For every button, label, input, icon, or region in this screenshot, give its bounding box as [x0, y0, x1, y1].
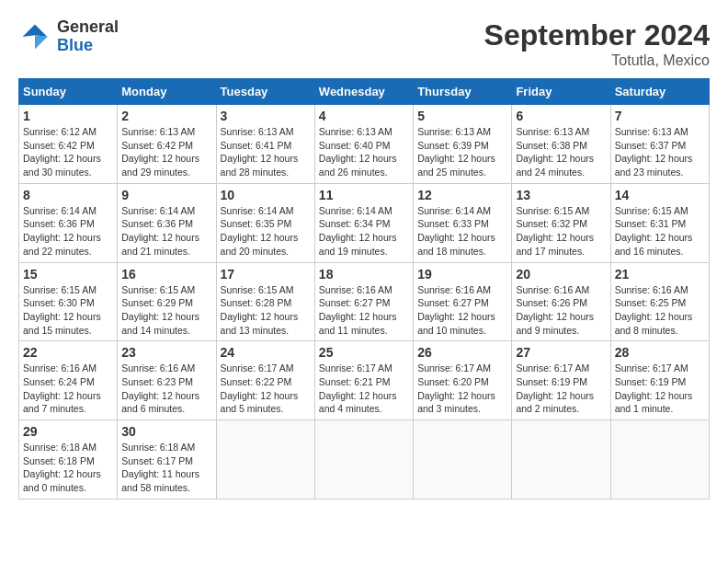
calendar-header-friday: Friday	[512, 79, 610, 105]
day-info: Sunrise: 6:17 AMSunset: 6:21 PMDaylight:…	[319, 362, 409, 416]
day-number: 17	[221, 267, 311, 282]
day-info: Sunrise: 6:16 AMSunset: 6:27 PMDaylight:…	[417, 283, 507, 338]
day-number: 20	[516, 267, 606, 282]
day-number: 10	[221, 188, 311, 202]
day-info: Sunrise: 6:17 AMSunset: 6:22 PMDaylight:…	[221, 362, 311, 416]
day-info: Sunrise: 6:16 AMSunset: 6:25 PMDaylight:…	[615, 283, 705, 338]
day-info: Sunrise: 6:13 AMSunset: 6:41 PMDaylight:…	[221, 125, 311, 179]
day-info: Sunrise: 6:13 AMSunset: 6:40 PMDaylight:…	[319, 125, 409, 179]
calendar-header-tuesday: Tuesday	[216, 79, 314, 105]
day-info: Sunrise: 6:13 AMSunset: 6:39 PMDaylight:…	[417, 125, 507, 179]
calendar-cell: 25Sunrise: 6:17 AMSunset: 6:21 PMDayligh…	[314, 341, 413, 420]
calendar-week-2: 8Sunrise: 6:14 AMSunset: 6:36 PMDaylight…	[19, 183, 710, 262]
day-number: 29	[23, 424, 113, 439]
calendar-cell: 21Sunrise: 6:16 AMSunset: 6:25 PMDayligh…	[610, 262, 709, 341]
calendar-cell: 19Sunrise: 6:16 AMSunset: 6:27 PMDayligh…	[414, 262, 512, 341]
day-info: Sunrise: 6:15 AMSunset: 6:32 PMDaylight:…	[516, 204, 606, 259]
calendar-header-monday: Monday	[118, 79, 216, 105]
day-info: Sunrise: 6:14 AMSunset: 6:36 PMDaylight:…	[23, 204, 113, 259]
day-number: 3	[221, 109, 311, 123]
day-number: 2	[121, 109, 211, 123]
calendar-cell: 17Sunrise: 6:15 AMSunset: 6:28 PMDayligh…	[216, 262, 314, 341]
calendar-cell: 14Sunrise: 6:15 AMSunset: 6:31 PMDayligh…	[610, 183, 709, 262]
day-number: 30	[121, 424, 211, 439]
title-area: September 2024 Totutla, Mexico	[484, 18, 710, 69]
calendar-cell: 12Sunrise: 6:14 AMSunset: 6:33 PMDayligh…	[414, 183, 512, 262]
calendar-week-3: 15Sunrise: 6:15 AMSunset: 6:30 PMDayligh…	[19, 262, 710, 341]
day-info: Sunrise: 6:16 AMSunset: 6:23 PMDaylight:…	[121, 362, 211, 416]
calendar-cell: 1Sunrise: 6:12 AMSunset: 6:42 PMDaylight…	[19, 105, 118, 184]
calendar-cell: 26Sunrise: 6:17 AMSunset: 6:20 PMDayligh…	[414, 341, 512, 420]
day-info: Sunrise: 6:16 AMSunset: 6:26 PMDaylight:…	[516, 283, 606, 338]
day-info: Sunrise: 6:16 AMSunset: 6:24 PMDaylight:…	[23, 362, 113, 416]
day-info: Sunrise: 6:17 AMSunset: 6:20 PMDaylight:…	[417, 362, 507, 416]
calendar-cell: 15Sunrise: 6:15 AMSunset: 6:30 PMDayligh…	[19, 262, 118, 341]
calendar-header-thursday: Thursday	[414, 79, 512, 105]
day-number: 15	[23, 267, 113, 282]
day-number: 11	[319, 188, 409, 202]
calendar-cell	[414, 420, 512, 500]
logo-text: General Blue	[57, 18, 119, 55]
day-info: Sunrise: 6:13 AMSunset: 6:38 PMDaylight:…	[516, 125, 606, 179]
day-info: Sunrise: 6:14 AMSunset: 6:36 PMDaylight:…	[121, 204, 211, 259]
calendar-header-sunday: Sunday	[19, 79, 118, 105]
calendar-cell: 16Sunrise: 6:15 AMSunset: 6:29 PMDayligh…	[118, 262, 216, 341]
calendar-cell: 8Sunrise: 6:14 AMSunset: 6:36 PMDaylight…	[19, 183, 118, 262]
day-number: 7	[615, 109, 705, 123]
svg-marker-0	[23, 24, 48, 37]
day-number: 14	[615, 188, 705, 202]
day-number: 19	[417, 267, 507, 282]
day-number: 18	[319, 267, 409, 282]
month-title: September 2024	[484, 18, 710, 52]
calendar-cell	[512, 420, 610, 500]
calendar-cell: 11Sunrise: 6:14 AMSunset: 6:34 PMDayligh…	[314, 183, 413, 262]
day-number: 6	[516, 109, 606, 123]
day-info: Sunrise: 6:15 AMSunset: 6:28 PMDaylight:…	[221, 283, 311, 338]
calendar-week-4: 22Sunrise: 6:16 AMSunset: 6:24 PMDayligh…	[19, 341, 710, 420]
day-info: Sunrise: 6:18 AMSunset: 6:17 PMDaylight:…	[121, 441, 211, 495]
day-info: Sunrise: 6:17 AMSunset: 6:19 PMDaylight:…	[516, 362, 606, 416]
day-info: Sunrise: 6:15 AMSunset: 6:30 PMDaylight:…	[23, 283, 113, 338]
calendar-cell: 29Sunrise: 6:18 AMSunset: 6:18 PMDayligh…	[19, 420, 118, 500]
day-number: 4	[319, 109, 409, 123]
calendar-header-wednesday: Wednesday	[314, 79, 413, 105]
calendar-cell: 5Sunrise: 6:13 AMSunset: 6:39 PMDaylight…	[414, 105, 512, 184]
calendar-cell: 27Sunrise: 6:17 AMSunset: 6:19 PMDayligh…	[512, 341, 610, 420]
logo-icon	[18, 20, 51, 53]
calendar-cell: 9Sunrise: 6:14 AMSunset: 6:36 PMDaylight…	[118, 183, 216, 262]
day-info: Sunrise: 6:15 AMSunset: 6:31 PMDaylight:…	[615, 204, 705, 259]
calendar-week-5: 29Sunrise: 6:18 AMSunset: 6:18 PMDayligh…	[19, 420, 710, 500]
day-info: Sunrise: 6:14 AMSunset: 6:34 PMDaylight:…	[319, 204, 409, 259]
calendar-cell: 20Sunrise: 6:16 AMSunset: 6:26 PMDayligh…	[512, 262, 610, 341]
calendar-cell: 23Sunrise: 6:16 AMSunset: 6:23 PMDayligh…	[118, 341, 216, 420]
day-number: 1	[23, 109, 113, 123]
day-number: 16	[121, 267, 211, 282]
day-info: Sunrise: 6:18 AMSunset: 6:18 PMDaylight:…	[23, 441, 113, 495]
day-number: 26	[417, 345, 507, 360]
day-number: 12	[417, 188, 507, 202]
calendar: SundayMondayTuesdayWednesdayThursdayFrid…	[18, 78, 710, 500]
calendar-header-saturday: Saturday	[610, 79, 709, 105]
calendar-cell	[216, 420, 314, 500]
calendar-cell	[610, 420, 709, 500]
calendar-cell: 22Sunrise: 6:16 AMSunset: 6:24 PMDayligh…	[19, 341, 118, 420]
day-number: 24	[221, 345, 311, 360]
day-info: Sunrise: 6:13 AMSunset: 6:37 PMDaylight:…	[615, 125, 705, 179]
calendar-cell: 13Sunrise: 6:15 AMSunset: 6:32 PMDayligh…	[512, 183, 610, 262]
day-number: 5	[417, 109, 507, 123]
calendar-cell	[314, 420, 413, 500]
calendar-header-row: SundayMondayTuesdayWednesdayThursdayFrid…	[19, 79, 710, 105]
day-info: Sunrise: 6:14 AMSunset: 6:33 PMDaylight:…	[417, 204, 507, 259]
day-number: 9	[121, 188, 211, 202]
calendar-cell: 7Sunrise: 6:13 AMSunset: 6:37 PMDaylight…	[610, 105, 709, 184]
day-info: Sunrise: 6:16 AMSunset: 6:27 PMDaylight:…	[319, 283, 409, 338]
calendar-week-1: 1Sunrise: 6:12 AMSunset: 6:42 PMDaylight…	[19, 105, 710, 184]
logo: General Blue	[18, 18, 119, 55]
calendar-cell: 30Sunrise: 6:18 AMSunset: 6:17 PMDayligh…	[118, 420, 216, 500]
day-info: Sunrise: 6:12 AMSunset: 6:42 PMDaylight:…	[23, 125, 113, 179]
day-number: 23	[121, 345, 211, 360]
calendar-cell: 18Sunrise: 6:16 AMSunset: 6:27 PMDayligh…	[314, 262, 413, 341]
day-number: 27	[516, 345, 606, 360]
day-number: 28	[615, 345, 705, 360]
calendar-cell: 28Sunrise: 6:17 AMSunset: 6:19 PMDayligh…	[610, 341, 709, 420]
